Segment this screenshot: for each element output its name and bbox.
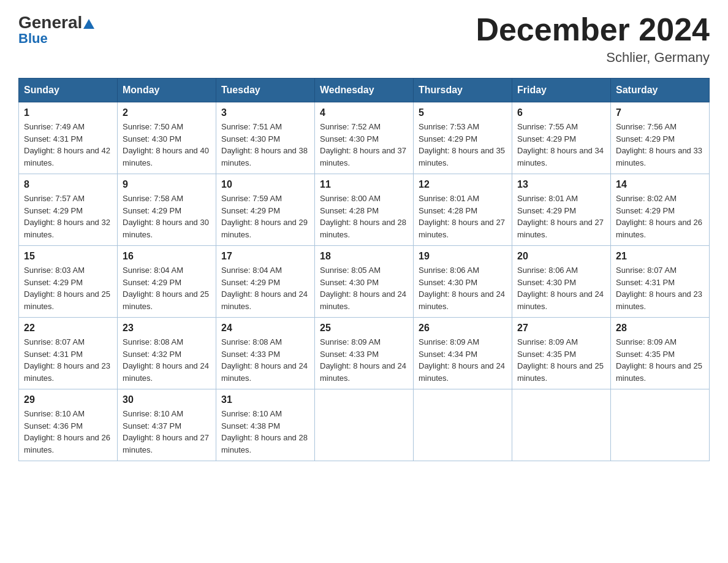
calendar-week-row: 22 Sunrise: 8:07 AM Sunset: 4:31 PM Dayl… (19, 318, 710, 389)
table-row: 24 Sunrise: 8:08 AM Sunset: 4:33 PM Dayl… (216, 318, 315, 389)
table-row: 14 Sunrise: 8:02 AM Sunset: 4:29 PM Dayl… (611, 174, 710, 246)
page-header: General Blue December 2024 Schlier, Germ… (18, 12, 710, 66)
col-sunday: Sunday (19, 79, 118, 102)
table-row: 13 Sunrise: 8:01 AM Sunset: 4:29 PM Dayl… (512, 174, 611, 246)
day-number: 19 (419, 251, 507, 262)
day-info: Sunrise: 8:10 AM Sunset: 4:36 PM Dayligh… (24, 408, 112, 456)
day-info: Sunrise: 7:49 AM Sunset: 4:31 PM Dayligh… (24, 121, 112, 169)
table-row: 19 Sunrise: 8:06 AM Sunset: 4:30 PM Dayl… (414, 246, 512, 318)
day-info: Sunrise: 7:53 AM Sunset: 4:29 PM Dayligh… (419, 121, 507, 169)
day-number: 13 (517, 179, 605, 190)
table-row: 3 Sunrise: 7:51 AM Sunset: 4:30 PM Dayli… (216, 102, 315, 174)
title-block: December 2024 Schlier, Germany (476, 12, 710, 66)
col-thursday: Thursday (414, 79, 512, 102)
day-number: 25 (320, 323, 408, 334)
calendar-week-row: 8 Sunrise: 7:57 AM Sunset: 4:29 PM Dayli… (19, 174, 710, 246)
table-row: 21 Sunrise: 8:07 AM Sunset: 4:31 PM Dayl… (611, 246, 710, 318)
day-info: Sunrise: 8:03 AM Sunset: 4:29 PM Dayligh… (24, 264, 112, 312)
table-row: 18 Sunrise: 8:05 AM Sunset: 4:30 PM Dayl… (315, 246, 414, 318)
table-row: 25 Sunrise: 8:09 AM Sunset: 4:33 PM Dayl… (315, 318, 414, 389)
logo-text: General (18, 12, 94, 33)
logo-triangle-icon (83, 13, 94, 33)
day-info: Sunrise: 8:08 AM Sunset: 4:33 PM Dayligh… (221, 336, 309, 384)
day-number: 26 (419, 323, 507, 334)
table-row: 30 Sunrise: 8:10 AM Sunset: 4:37 PM Dayl… (118, 389, 216, 461)
day-number: 5 (419, 107, 507, 118)
day-info: Sunrise: 8:06 AM Sunset: 4:30 PM Dayligh… (419, 264, 507, 312)
table-row: 29 Sunrise: 8:10 AM Sunset: 4:36 PM Dayl… (19, 389, 118, 461)
day-info: Sunrise: 8:04 AM Sunset: 4:29 PM Dayligh… (221, 264, 309, 312)
table-row: 31 Sunrise: 8:10 AM Sunset: 4:38 PM Dayl… (216, 389, 315, 461)
col-wednesday: Wednesday (315, 79, 414, 102)
logo-general: General (18, 13, 82, 33)
table-row: 15 Sunrise: 8:03 AM Sunset: 4:29 PM Dayl… (19, 246, 118, 318)
day-info: Sunrise: 8:10 AM Sunset: 4:37 PM Dayligh… (123, 408, 211, 456)
table-row (414, 389, 512, 461)
table-row: 2 Sunrise: 7:50 AM Sunset: 4:30 PM Dayli… (118, 102, 216, 174)
calendar-table: Sunday Monday Tuesday Wednesday Thursday… (18, 78, 710, 461)
table-row: 12 Sunrise: 8:01 AM Sunset: 4:28 PM Dayl… (414, 174, 512, 246)
day-number: 23 (123, 323, 211, 334)
day-number: 29 (24, 394, 112, 405)
col-tuesday: Tuesday (216, 79, 315, 102)
day-info: Sunrise: 8:08 AM Sunset: 4:32 PM Dayligh… (123, 336, 211, 384)
table-row: 28 Sunrise: 8:09 AM Sunset: 4:35 PM Dayl… (611, 318, 710, 389)
day-number: 28 (616, 323, 704, 334)
day-number: 22 (24, 323, 112, 334)
col-monday: Monday (118, 79, 216, 102)
day-info: Sunrise: 8:02 AM Sunset: 4:29 PM Dayligh… (616, 193, 704, 240)
month-year-title: December 2024 (476, 12, 710, 47)
day-info: Sunrise: 7:52 AM Sunset: 4:30 PM Dayligh… (320, 121, 408, 169)
day-number: 2 (123, 107, 211, 118)
day-info: Sunrise: 8:06 AM Sunset: 4:30 PM Dayligh… (517, 264, 605, 312)
day-number: 18 (320, 251, 408, 262)
header-row: Sunday Monday Tuesday Wednesday Thursday… (19, 79, 710, 102)
day-number: 24 (221, 323, 309, 334)
table-row: 26 Sunrise: 8:09 AM Sunset: 4:34 PM Dayl… (414, 318, 512, 389)
day-info: Sunrise: 8:01 AM Sunset: 4:29 PM Dayligh… (517, 193, 605, 240)
day-number: 10 (221, 179, 309, 190)
calendar-week-row: 29 Sunrise: 8:10 AM Sunset: 4:36 PM Dayl… (19, 389, 710, 461)
table-row: 1 Sunrise: 7:49 AM Sunset: 4:31 PM Dayli… (19, 102, 118, 174)
calendar-week-row: 15 Sunrise: 8:03 AM Sunset: 4:29 PM Dayl… (19, 246, 710, 318)
day-number: 7 (616, 107, 704, 118)
table-row: 4 Sunrise: 7:52 AM Sunset: 4:30 PM Dayli… (315, 102, 414, 174)
col-friday: Friday (512, 79, 611, 102)
table-row: 20 Sunrise: 8:06 AM Sunset: 4:30 PM Dayl… (512, 246, 611, 318)
day-number: 8 (24, 179, 112, 190)
day-info: Sunrise: 7:51 AM Sunset: 4:30 PM Dayligh… (221, 121, 309, 169)
table-row: 22 Sunrise: 8:07 AM Sunset: 4:31 PM Dayl… (19, 318, 118, 389)
table-row (512, 389, 611, 461)
svg-marker-0 (83, 19, 94, 29)
day-number: 27 (517, 323, 605, 334)
table-row: 7 Sunrise: 7:56 AM Sunset: 4:29 PM Dayli… (611, 102, 710, 174)
day-info: Sunrise: 8:07 AM Sunset: 4:31 PM Dayligh… (24, 336, 112, 384)
day-number: 3 (221, 107, 309, 118)
day-number: 14 (616, 179, 704, 190)
table-row: 23 Sunrise: 8:08 AM Sunset: 4:32 PM Dayl… (118, 318, 216, 389)
table-row: 27 Sunrise: 8:09 AM Sunset: 4:35 PM Dayl… (512, 318, 611, 389)
day-info: Sunrise: 7:58 AM Sunset: 4:29 PM Dayligh… (123, 193, 211, 240)
table-row: 16 Sunrise: 8:04 AM Sunset: 4:29 PM Dayl… (118, 246, 216, 318)
table-row: 10 Sunrise: 7:59 AM Sunset: 4:29 PM Dayl… (216, 174, 315, 246)
day-number: 20 (517, 251, 605, 262)
day-info: Sunrise: 8:09 AM Sunset: 4:34 PM Dayligh… (419, 336, 507, 384)
location-subtitle: Schlier, Germany (476, 50, 710, 66)
day-info: Sunrise: 8:00 AM Sunset: 4:28 PM Dayligh… (320, 193, 408, 240)
table-row: 6 Sunrise: 7:55 AM Sunset: 4:29 PM Dayli… (512, 102, 611, 174)
day-number: 12 (419, 179, 507, 190)
logo-subtitle: Blue (18, 31, 48, 47)
day-info: Sunrise: 8:09 AM Sunset: 4:35 PM Dayligh… (616, 336, 704, 384)
day-info: Sunrise: 8:04 AM Sunset: 4:29 PM Dayligh… (123, 264, 211, 312)
day-info: Sunrise: 8:01 AM Sunset: 4:28 PM Dayligh… (419, 193, 507, 240)
day-info: Sunrise: 8:10 AM Sunset: 4:38 PM Dayligh… (221, 408, 309, 456)
day-info: Sunrise: 7:50 AM Sunset: 4:30 PM Dayligh… (123, 121, 211, 169)
calendar-week-row: 1 Sunrise: 7:49 AM Sunset: 4:31 PM Dayli… (19, 102, 710, 174)
day-number: 15 (24, 251, 112, 262)
day-number: 6 (517, 107, 605, 118)
logo: General Blue (18, 12, 94, 47)
day-number: 4 (320, 107, 408, 118)
table-row: 8 Sunrise: 7:57 AM Sunset: 4:29 PM Dayli… (19, 174, 118, 246)
day-number: 1 (24, 107, 112, 118)
day-number: 21 (616, 251, 704, 262)
